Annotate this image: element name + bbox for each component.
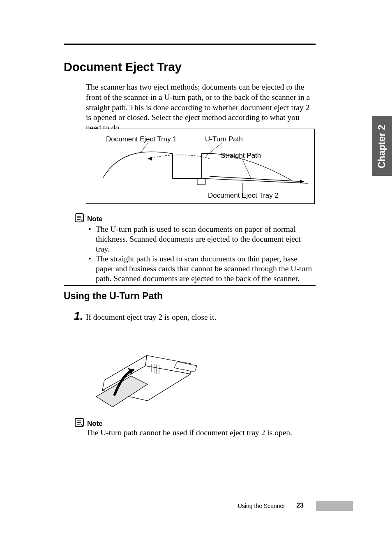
svg-marker-0 — [148, 157, 152, 161]
intro-paragraph: The scanner has two eject methods; docum… — [86, 82, 316, 133]
subsection-rule — [64, 285, 316, 286]
svg-line-4 — [242, 159, 251, 178]
footer-section-title: Using the Scanner — [238, 503, 285, 509]
note-icon — [74, 213, 84, 223]
note1-bullet-1: The U-turn path is used to scan document… — [86, 224, 316, 254]
note1-bullet-2: The straight path is used to scan docume… — [86, 254, 316, 284]
heading-using-uturn-path: Using the U-Turn Path — [64, 291, 163, 302]
eject-path-diagram: Document Eject Tray 1 U-Turn Path Straig… — [86, 129, 315, 204]
heading-document-eject-tray: Document Eject Tray — [64, 60, 182, 74]
step-1-figure — [86, 325, 201, 409]
chapter-tab: Chapter 2 — [372, 116, 392, 176]
label-tray1: Document Eject Tray 1 — [106, 135, 177, 143]
section-rule — [64, 44, 316, 45]
label-uturn: U-Turn Path — [205, 135, 243, 143]
note-2-text: The U-turn path cannot be used if docume… — [86, 428, 292, 437]
page-footer: Using the Scanner 23 — [0, 501, 392, 511]
chapter-tab-label: Chapter 2 — [376, 122, 387, 171]
step-1-number: 1. — [74, 310, 83, 323]
note-label-1: Note — [87, 215, 103, 223]
step-1-text: If document eject tray 2 is open, close … — [86, 313, 216, 322]
label-straight: Straight Path — [221, 152, 261, 160]
note-label-2: Note — [87, 420, 103, 428]
label-tray2: Document Eject Tray 2 — [208, 192, 279, 200]
footer-accent-bar — [316, 501, 353, 511]
note-icon — [74, 418, 84, 427]
footer-page-number: 23 — [296, 502, 304, 509]
note1-bullet-list: The U-turn path is used to scan document… — [86, 224, 316, 284]
